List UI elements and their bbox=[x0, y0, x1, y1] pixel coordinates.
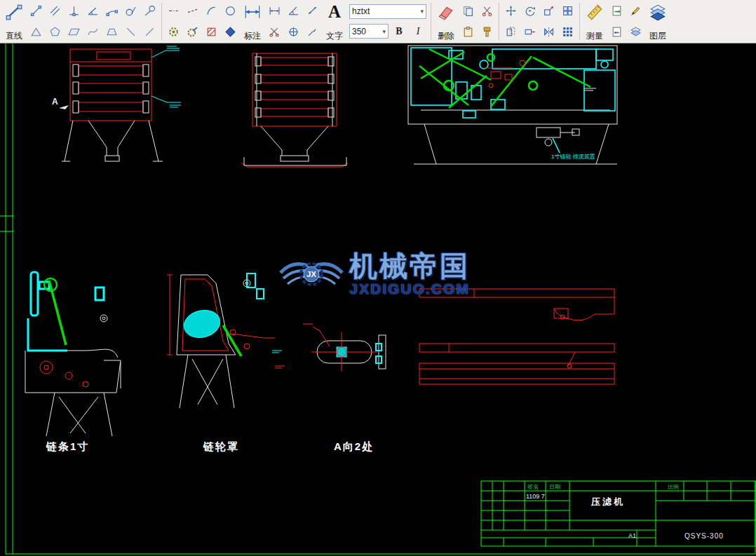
copy-button[interactable] bbox=[459, 1, 478, 20]
view-side-right[interactable] bbox=[408, 46, 617, 164]
mirror-button[interactable] bbox=[539, 22, 558, 41]
watermark-emblem-text: JX bbox=[306, 270, 316, 278]
perp-line-button[interactable] bbox=[65, 1, 83, 20]
gear-icon bbox=[168, 26, 180, 38]
line-icon bbox=[5, 3, 23, 21]
tangent-circle-button[interactable] bbox=[121, 1, 140, 20]
paste-button[interactable] bbox=[459, 22, 478, 41]
toolbar-separator bbox=[579, 3, 580, 40]
detail-frame[interactable] bbox=[419, 289, 614, 384]
watermark-gear-wings-icon: JX bbox=[278, 252, 345, 297]
offset-icon bbox=[505, 26, 517, 38]
gear-button[interactable] bbox=[164, 22, 183, 41]
angle-line-button[interactable] bbox=[83, 1, 102, 20]
chevron-down-icon: ▾ bbox=[382, 28, 386, 35]
grid-array-button[interactable] bbox=[558, 22, 577, 41]
dimension-panel-button[interactable]: 标注 bbox=[240, 0, 265, 43]
drawing-area[interactable]: JX 机械帝国 JXDIGUO.COM A 1寸链轮 排泥装置 链条1寸 链轮罩… bbox=[0, 43, 756, 556]
export-sheet-button[interactable] bbox=[607, 1, 626, 20]
arc-3pt-button[interactable] bbox=[102, 1, 121, 20]
mirror-icon bbox=[543, 26, 555, 38]
detail-sprocket-cover[interactable] bbox=[167, 273, 285, 408]
draw-tools-group bbox=[27, 0, 159, 43]
title-block-date-label: 日期 bbox=[549, 483, 560, 491]
line-2pt-button[interactable] bbox=[27, 1, 46, 20]
text-panel-label: 文字 bbox=[326, 31, 343, 41]
measure-panel-button[interactable]: 测量 bbox=[582, 0, 607, 43]
import-sheet-button[interactable] bbox=[607, 22, 626, 41]
dash-line-button[interactable] bbox=[183, 1, 202, 20]
offset-button[interactable] bbox=[501, 22, 520, 41]
arc-3pt-icon bbox=[106, 5, 118, 17]
font-name-select[interactable]: hztxt ▾ bbox=[349, 4, 426, 19]
erase-panel-button[interactable]: 删除 bbox=[433, 0, 459, 43]
layer-panel-button[interactable]: 图层 bbox=[645, 0, 670, 43]
leader-button[interactable] bbox=[303, 22, 322, 41]
trapezoid-button[interactable] bbox=[102, 22, 121, 41]
bold-button[interactable]: B bbox=[391, 24, 407, 39]
cut-button[interactable] bbox=[478, 1, 497, 20]
erase-panel-label: 删除 bbox=[438, 31, 454, 41]
pencil-button[interactable] bbox=[626, 1, 645, 20]
datum-button[interactable] bbox=[284, 22, 303, 41]
detail-chain[interactable] bbox=[25, 272, 121, 436]
circle-button[interactable] bbox=[221, 1, 240, 20]
detail-a-view[interactable] bbox=[303, 324, 386, 372]
line-panel-label: 直线 bbox=[6, 31, 22, 41]
text-panel-button[interactable]: A 文字 bbox=[322, 0, 347, 43]
format-brush-icon bbox=[481, 26, 493, 38]
italic-button[interactable]: I bbox=[410, 24, 426, 39]
toolbar-separator bbox=[161, 3, 162, 40]
block-button[interactable] bbox=[221, 22, 240, 41]
spline-button[interactable] bbox=[83, 22, 102, 41]
tangent-line-icon bbox=[144, 5, 156, 17]
gear-edit-button[interactable] bbox=[183, 22, 202, 41]
rotate-button[interactable] bbox=[520, 1, 539, 20]
rotate-icon bbox=[524, 5, 536, 17]
import-sheet-icon bbox=[611, 26, 623, 38]
stretch-icon bbox=[524, 26, 536, 38]
dashdot-line-button[interactable] bbox=[164, 1, 183, 20]
gear-edit-icon bbox=[187, 26, 198, 38]
watermark: JX 机械帝国 JXDIGUO.COM bbox=[278, 251, 470, 297]
block-icon bbox=[224, 26, 236, 38]
cad-drawing-canvas[interactable] bbox=[0, 43, 756, 556]
backslash-line-icon bbox=[125, 26, 137, 38]
parallelogram-button[interactable] bbox=[65, 22, 83, 41]
hatch-button[interactable] bbox=[202, 22, 221, 41]
font-size-select[interactable]: 350 ▾ bbox=[349, 24, 389, 39]
dim-edit-button[interactable] bbox=[265, 22, 284, 41]
eraser-icon bbox=[437, 3, 455, 21]
sheet-border bbox=[0, 43, 755, 554]
angle-dim-button[interactable] bbox=[284, 1, 303, 20]
tangent-line-button[interactable] bbox=[140, 1, 159, 20]
scale-button[interactable] bbox=[539, 1, 558, 20]
hatch-icon bbox=[205, 26, 217, 38]
title-block-drawing-no: QSYS-300 bbox=[684, 532, 724, 540]
triangle-button[interactable] bbox=[27, 22, 46, 41]
linear-dim-icon bbox=[269, 5, 281, 17]
backslash-line-button[interactable] bbox=[121, 22, 140, 41]
aligned-dim-button[interactable] bbox=[303, 1, 322, 20]
arc-button[interactable] bbox=[202, 1, 221, 20]
pentagon-button[interactable] bbox=[46, 22, 65, 41]
line-panel-button[interactable]: 直线 bbox=[1, 0, 27, 43]
stretch-button[interactable] bbox=[520, 22, 539, 41]
slash-line-button[interactable] bbox=[140, 22, 159, 41]
view-front-left[interactable] bbox=[59, 46, 181, 161]
chevron-down-icon: ▾ bbox=[420, 8, 424, 15]
dimension-panel-label: 标注 bbox=[244, 31, 261, 41]
spline-icon bbox=[87, 26, 99, 38]
move-button[interactable] bbox=[501, 1, 520, 20]
view-front-middle[interactable] bbox=[241, 53, 348, 167]
detail-label-a-view: A向2处 bbox=[334, 440, 374, 454]
sheet-io-group bbox=[607, 0, 626, 43]
toolbar-separator bbox=[499, 3, 499, 40]
triangle-icon bbox=[30, 26, 42, 38]
linear-dim-button[interactable] bbox=[265, 1, 284, 20]
array-button[interactable] bbox=[558, 1, 577, 20]
main-toolbar: 直线 标注 A 文字 hztxt ▾ 350 ▾ B bbox=[0, 0, 756, 43]
parallel-line-button[interactable] bbox=[46, 1, 65, 20]
format-brush-button[interactable] bbox=[478, 22, 497, 41]
layers-small-button[interactable] bbox=[626, 22, 645, 41]
